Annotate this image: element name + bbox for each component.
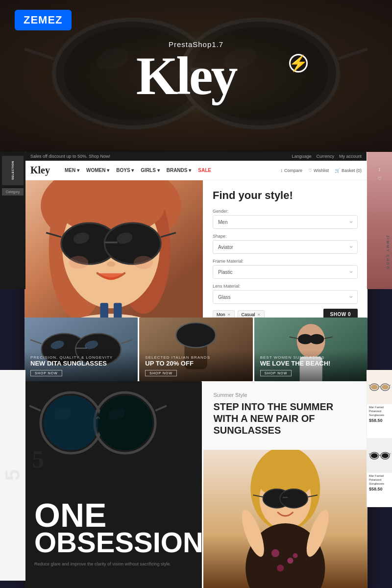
- lens-group: Lens Material: Glass: [213, 284, 358, 304]
- svg-point-53: [44, 395, 98, 450]
- basket-action[interactable]: 🛒 Basket (0): [335, 168, 362, 173]
- sidebar-sunglasses-2-svg: [369, 449, 391, 463]
- svg-point-21: [107, 261, 116, 267]
- zemez-badge[interactable]: ZEMEZ: [15, 10, 72, 30]
- obsession-panel: 5 ONE OBSESSION Reduce glare and improve…: [24, 381, 202, 588]
- gender-label: Gender:: [213, 209, 358, 214]
- card-2-subtitle: Selected Italian Brands: [145, 355, 246, 360]
- product-card-sale[interactable]: Selected Italian Brands UP TO 20% OFF SH…: [139, 318, 252, 381]
- svg-point-74: [382, 385, 389, 390]
- obsession-desc: Reduce glare and improve the clarity of …: [34, 561, 192, 567]
- product-card-dita[interactable]: Precision, Quality & Longevity NEW DITA …: [24, 318, 138, 381]
- hero-image-area: [24, 180, 203, 318]
- kley-main-logo: Kley: [136, 49, 236, 103]
- svg-line-76: [369, 385, 370, 386]
- nav-men[interactable]: MEN ▾: [65, 168, 79, 173]
- account-link[interactable]: My account: [339, 154, 362, 159]
- card-1-title: NEW DITA SUNGLASSES: [30, 360, 132, 368]
- left-sidebar-bottom: 5: [0, 370, 25, 581]
- card-3-overlay: Best Women Sunglasses WE LOVE THE BEACH!…: [254, 350, 368, 381]
- hero-form-area: Find your style! Gender: Men Shape: Avia…: [203, 180, 368, 318]
- currency-selector[interactable]: Currency: [316, 154, 334, 159]
- lens-select[interactable]: Glass: [213, 290, 358, 304]
- nav-sale[interactable]: SALE: [198, 168, 211, 173]
- nav-boys[interactable]: BOYS ▾: [116, 168, 134, 173]
- sidebar-product-2-name: Mar Fantail Polarized Sunglasses: [369, 474, 391, 486]
- card-2-title: UP TO 20% OFF: [145, 360, 246, 368]
- sidebar-product-2: Mar Fantail Polarized Sunglasses $58.50: [367, 439, 392, 507]
- nav-brands[interactable]: BRANDS ▾: [167, 168, 192, 173]
- gender-group: Gender: Men: [213, 209, 358, 229]
- right-sidebar-products: Mar Fantail Polarized Sunglasses $58.50 …: [367, 370, 392, 507]
- lens-chevron: [350, 294, 352, 300]
- left-sidebar-strip: SELECTION Category: [0, 152, 25, 289]
- sidebar-product-2-info: Mar Fantail Polarized Sunglasses $58.50: [367, 473, 392, 493]
- card-3-btn[interactable]: SHOP NOW: [260, 370, 292, 376]
- summer-panel: Summer Style STEP INTO THE SUMMER WITH A…: [203, 381, 368, 588]
- wishlist-action[interactable]: ♡ Wishlist: [308, 168, 329, 173]
- sidebar-product-1-price: $58.50: [369, 418, 391, 423]
- left-sidebar-number: 5: [1, 469, 24, 481]
- svg-point-63: [293, 553, 298, 558]
- website-mockup: Sales off discount up to 50%. Shop Now! …: [24, 152, 368, 588]
- tag-mon-remove[interactable]: [227, 312, 231, 317]
- svg-point-65: [280, 489, 308, 508]
- nav-women[interactable]: WOMEN ▾: [86, 168, 109, 173]
- svg-point-79: [371, 453, 378, 458]
- summer-woman-area: [203, 450, 368, 588]
- form-title: Find your style!: [213, 189, 358, 202]
- top-bar: Sales off discount up to 50%. Shop Now! …: [24, 152, 368, 161]
- card-2-btn[interactable]: SHOP NOW: [145, 370, 177, 376]
- svg-point-25: [69, 256, 88, 269]
- svg-line-49: [29, 406, 41, 411]
- hero-section: Find your style! Gender: Men Shape: Avia…: [24, 180, 368, 318]
- summer-subtitle: Summer Style: [213, 392, 358, 398]
- svg-point-61: [288, 558, 294, 564]
- tag-casual-remove[interactable]: [257, 312, 261, 317]
- shape-chevron: [350, 244, 352, 250]
- nav-logo[interactable]: Kley: [30, 165, 50, 176]
- obsession-line1: ONE: [34, 501, 192, 530]
- lightning-icon: ⚡: [289, 54, 308, 73]
- svg-point-62: [277, 564, 284, 571]
- svg-line-5: [24, 49, 54, 59]
- card-1-btn[interactable]: SHOP NOW: [30, 370, 62, 376]
- card-1-overlay: Precision, Quality & Longevity NEW DITA …: [24, 350, 138, 381]
- product-card-beach[interactable]: Best Women Sunglasses WE LOVE THE BEACH!…: [254, 318, 368, 381]
- sidebar-sunglasses-1-svg: [369, 380, 391, 394]
- compare-action[interactable]: ↕ Compare: [280, 168, 302, 173]
- nav-girls[interactable]: GIRLS ▾: [141, 168, 159, 173]
- language-selector[interactable]: Language: [292, 154, 311, 159]
- svg-point-42: [309, 334, 324, 344]
- svg-rect-24: [114, 303, 122, 318]
- nav-actions: ↕ Compare ♡ Wishlist 🛒 Basket (0): [280, 168, 362, 173]
- sidebar-product-2-image: [367, 439, 392, 473]
- sidebar-category-label: Category: [2, 188, 24, 196]
- sidebar-product-1-image: [367, 370, 392, 404]
- svg-line-84: [390, 454, 391, 455]
- sidebar-product-1-info: Mar Fantail Polarized Sunglasses $58.50: [367, 404, 392, 424]
- card-1-subtitle: Precision, Quality & Longevity: [30, 355, 132, 360]
- hero-woman-bg: [24, 180, 203, 318]
- sidebar-product-1: Mar Fantail Polarized Sunglasses $58.50: [367, 370, 392, 439]
- svg-point-15: [104, 223, 161, 264]
- sidebar-product-2-price: $58.50: [369, 487, 391, 491]
- shape-select[interactable]: Aviator: [213, 240, 358, 254]
- frame-group: Frame Material: Plastic: [213, 259, 358, 279]
- obsession-line2: OBSESSION: [34, 530, 192, 555]
- svg-point-22: [46, 314, 176, 318]
- summer-title: STEP INTO THE SUMMER WITH A NEW PAIR OF …: [213, 401, 358, 436]
- svg-point-37: [176, 323, 216, 348]
- promo-text: Sales off discount up to 50%. Shop Now!: [30, 154, 110, 159]
- lens-label: Lens Material:: [213, 284, 358, 289]
- bottom-panels: 5 ONE OBSESSION Reduce glare and improve…: [24, 381, 368, 588]
- frame-select[interactable]: Plastic: [213, 265, 358, 279]
- nav-bar: Kley MEN ▾ WOMEN ▾ BOYS ▾ GIRLS ▾ BRANDS…: [24, 161, 368, 180]
- nav-links: MEN ▾ WOMEN ▾ BOYS ▾ GIRLS ▾ BRANDS ▾ SA…: [65, 168, 211, 173]
- shape-group: Shape: Aviator: [213, 234, 358, 254]
- frame-chevron: [350, 269, 352, 275]
- gender-select[interactable]: Men: [213, 215, 358, 229]
- shape-label: Shape:: [213, 234, 358, 239]
- svg-point-54: [98, 395, 152, 450]
- svg-line-50: [155, 406, 167, 411]
